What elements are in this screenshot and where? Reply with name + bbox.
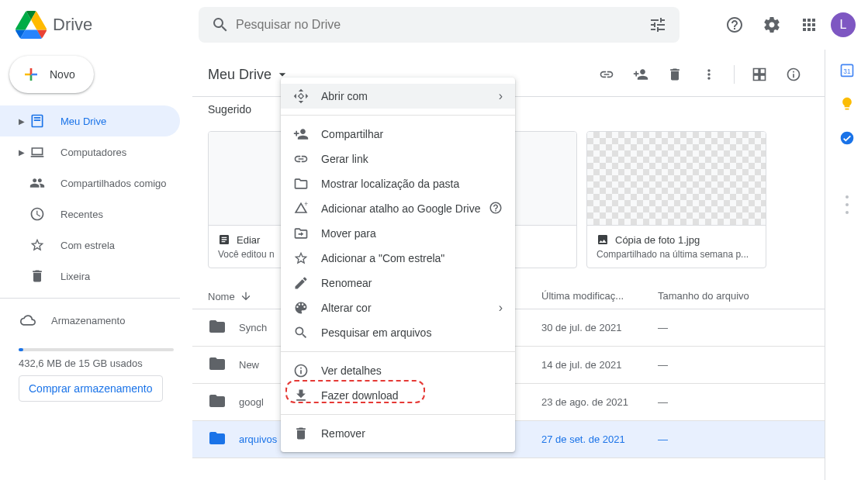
delete-icon[interactable] [659,59,690,90]
plus-icon [22,65,40,84]
rename-icon [293,275,309,291]
calendar-icon[interactable]: 31 [839,62,855,78]
trash-icon [293,426,309,441]
logo-area[interactable]: Drive [6,9,199,40]
folder-icon [208,429,227,450]
nav-label: Lixeira [61,271,90,282]
nav-label: Compartilhados comigo [61,178,167,189]
more-icon[interactable] [693,59,724,90]
storage-used-text: 432,6 MB de 15 GB usados [19,357,174,369]
settings-icon[interactable] [756,9,787,40]
nav-icon [28,237,47,253]
menu-item-rename[interactable]: Renomear [281,271,515,295]
expand-icon[interactable]: ▶ [19,148,28,157]
col-modified[interactable]: Última modificaç... [541,290,658,302]
move-icon [293,226,309,241]
open-icon [293,88,309,104]
sidebar-item-storage[interactable]: Armazenamento [0,305,180,336]
menu-item-person-add[interactable]: Compartilhar [281,122,515,147]
info-icon [293,363,309,378]
nav-icon [28,206,47,222]
svg-point-2 [840,132,853,145]
svg-text:31: 31 [843,67,851,75]
sidebar-item-2[interactable]: Compartilhados comigo [0,167,180,199]
nav-label: Com estrela [61,240,115,251]
grid-view-icon[interactable] [744,59,775,90]
menu-item-download[interactable]: Fazer download [281,383,515,408]
star-icon [293,250,309,266]
sidebar-item-3[interactable]: Recentes [0,199,180,230]
keep-icon[interactable] [839,96,855,112]
app-name: Drive [53,15,92,35]
col-size[interactable]: Tamanho do arquivo [658,290,809,302]
folder-icon [208,392,227,413]
menu-item-palette[interactable]: Alterar cor› [281,295,515,320]
menu-item-move[interactable]: Mover para [281,221,515,246]
context-menu: Abrir com›CompartilharGerar linkMostrar … [281,78,515,452]
cloud-icon [19,313,37,328]
folder-icon [208,317,227,338]
help-icon[interactable] [489,201,503,217]
menu-item-link[interactable]: Gerar link [281,147,515,171]
sidebar-item-0[interactable]: ▶Meu Drive [0,105,180,136]
submenu-arrow-icon: › [499,89,503,103]
storage-bar [19,348,174,351]
nav-label: Meu Drive [61,116,106,127]
link-icon[interactable] [591,59,622,90]
drive-shortcut-icon: + [293,201,309,216]
nav-icon [28,144,47,160]
nav-icon [28,268,47,284]
search-input[interactable] [236,18,642,32]
menu-item-info[interactable]: Ver detalhes [281,358,515,383]
sidebar-item-5[interactable]: Lixeira [0,261,180,292]
menu-item-search[interactable]: Pesquisar em arquivos [281,320,515,345]
nav-label: Recentes [61,209,103,220]
svg-text:+: + [304,201,308,208]
breadcrumb[interactable]: Meu Drive [208,67,290,83]
search-icon[interactable] [205,9,236,40]
menu-item-drive-shortcut[interactable]: +Adicionar atalho ao Google Drive [281,196,515,221]
panel-separator [846,195,849,214]
menu-item-star[interactable]: Adicionar a "Com estrela" [281,246,515,271]
new-button-label: Novo [50,68,75,81]
share-icon[interactable] [625,59,656,90]
buy-storage-button[interactable]: Comprar armazenamento [19,375,163,402]
menu-item-folder[interactable]: Mostrar localização da pasta [281,171,515,196]
apps-icon[interactable] [794,9,825,40]
sidebar-item-1[interactable]: ▶Computadores [0,136,180,167]
info-icon[interactable] [778,59,809,90]
new-button[interactable]: Novo [9,56,94,93]
thumbnail [587,132,766,225]
nav-icon [28,113,47,129]
avatar[interactable]: L [831,12,856,37]
help-icon[interactable] [719,9,750,40]
nav-icon [28,175,47,191]
menu-item-trash[interactable]: Remover [281,421,515,446]
search-options-icon[interactable] [642,9,673,40]
download-icon [293,388,309,403]
person-add-icon [293,126,309,142]
expand-icon[interactable]: ▶ [19,117,28,126]
suggested-card-2[interactable]: Cópia de foto 1.jpgCompartilhado na últi… [586,131,766,268]
col-name[interactable]: Nome [208,291,235,302]
menu-item-open[interactable]: Abrir com› [281,84,515,109]
sort-arrow-icon [240,290,252,302]
palette-icon [293,300,309,316]
submenu-arrow-icon: › [499,301,503,315]
link-icon [293,151,309,167]
sidebar-item-4[interactable]: Com estrela [0,230,180,261]
tasks-icon[interactable] [839,130,855,146]
search-icon [293,325,309,340]
search-bar[interactable] [199,7,680,43]
folder-icon [293,176,309,192]
drive-logo-icon [16,9,47,40]
nav-label: Computadores [61,147,126,158]
folder-icon [208,354,227,375]
